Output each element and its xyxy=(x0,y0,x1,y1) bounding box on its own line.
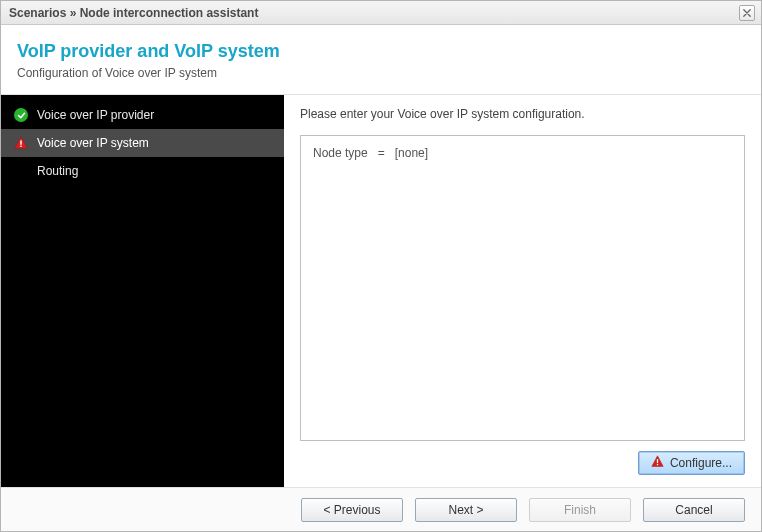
wizard-window: Scenarios » Node interconnection assista… xyxy=(0,0,762,532)
wizard-body: Voice over IP provider Voice over IP sys… xyxy=(1,95,761,487)
finish-button: Finish xyxy=(529,498,631,522)
config-key: Node type xyxy=(313,146,368,160)
configure-button-label: Configure... xyxy=(670,456,732,470)
configure-button[interactable]: Configure... xyxy=(638,451,745,475)
close-button[interactable] xyxy=(739,5,755,21)
wizard-footer: < Previous Next > Finish Cancel xyxy=(1,487,761,531)
finish-button-label: Finish xyxy=(564,503,596,517)
status-none-icon xyxy=(13,163,29,179)
header-area: VoIP provider and VoIP system Configurat… xyxy=(1,25,761,95)
config-summary-box: Node type = [none] xyxy=(300,135,745,441)
status-ok-icon xyxy=(13,107,29,123)
next-button[interactable]: Next > xyxy=(415,498,517,522)
sidebar-item-label: Voice over IP provider xyxy=(37,108,154,122)
sidebar-item-voip-provider[interactable]: Voice over IP provider xyxy=(1,101,284,129)
previous-button[interactable]: < Previous xyxy=(301,498,403,522)
next-button-label: Next > xyxy=(448,503,483,517)
sidebar-item-routing[interactable]: Routing xyxy=(1,157,284,185)
svg-rect-0 xyxy=(20,140,21,144)
page-heading: VoIP provider and VoIP system xyxy=(17,41,745,62)
status-alert-icon xyxy=(13,135,29,151)
config-actions: Configure... xyxy=(300,441,745,477)
instruction-text: Please enter your Voice over IP system c… xyxy=(300,107,745,121)
sidebar-item-label: Routing xyxy=(37,164,78,178)
window-title: Scenarios » Node interconnection assista… xyxy=(9,6,258,20)
cancel-button-label: Cancel xyxy=(675,503,712,517)
config-eq: = xyxy=(378,146,385,160)
alert-icon xyxy=(651,455,664,471)
close-icon xyxy=(743,6,751,20)
main-panel: Please enter your Voice over IP system c… xyxy=(284,95,761,487)
page-subheading: Configuration of Voice over IP system xyxy=(17,66,745,80)
svg-rect-3 xyxy=(657,464,658,465)
svg-rect-2 xyxy=(657,459,658,463)
wizard-steps-sidebar: Voice over IP provider Voice over IP sys… xyxy=(1,95,284,487)
titlebar: Scenarios » Node interconnection assista… xyxy=(1,1,761,25)
config-value: [none] xyxy=(395,146,428,160)
svg-rect-1 xyxy=(20,146,21,147)
sidebar-item-voip-system[interactable]: Voice over IP system xyxy=(1,129,284,157)
sidebar-item-label: Voice over IP system xyxy=(37,136,149,150)
config-row-node-type: Node type = [none] xyxy=(313,146,732,160)
cancel-button[interactable]: Cancel xyxy=(643,498,745,522)
previous-button-label: < Previous xyxy=(323,503,380,517)
